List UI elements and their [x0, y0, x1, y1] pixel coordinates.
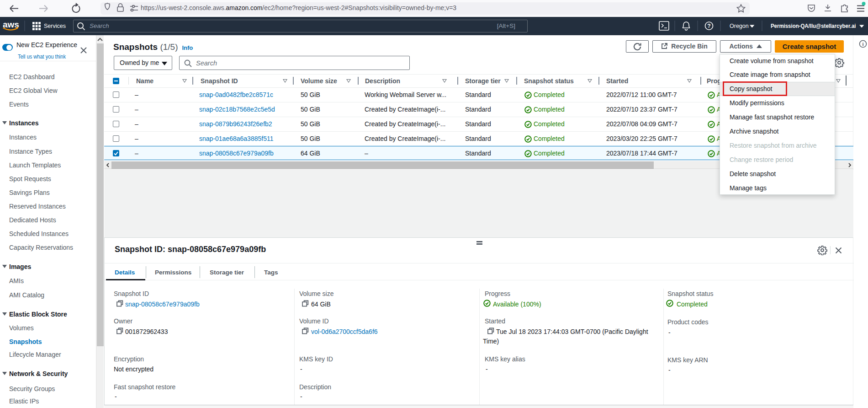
- svg-text:Permission-QA/llu@stellarcyber: Permission-QA/llu@stellarcyber.ai: [771, 22, 856, 29]
- svg-text:Search: Search: [90, 22, 109, 29]
- svg-text:i: i: [862, 41, 863, 47]
- svg-text:Oregon: Oregon: [730, 23, 749, 29]
- svg-text:?: ?: [707, 23, 710, 29]
- svg-text:Services: Services: [44, 23, 66, 29]
- svg-text:[Alt+S]: [Alt+S]: [497, 22, 515, 29]
